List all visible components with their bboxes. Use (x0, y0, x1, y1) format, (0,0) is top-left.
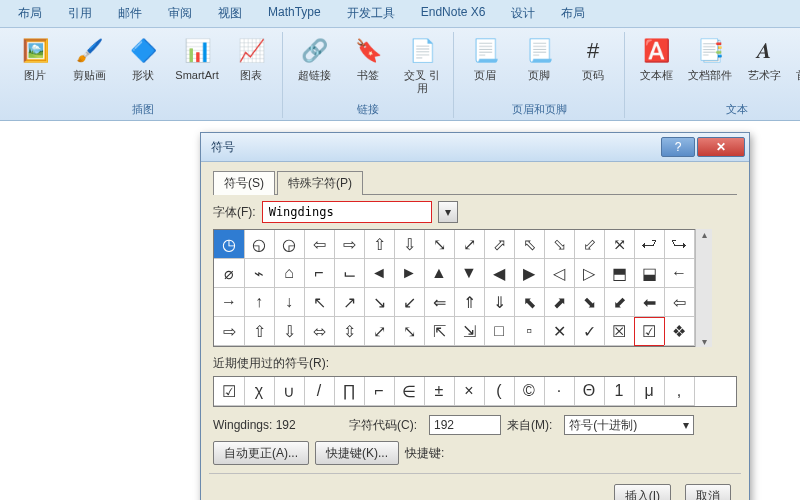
recent-symbol-cell[interactable]: μ (634, 377, 665, 406)
symbol-cell[interactable]: ⤡ (424, 230, 455, 259)
recent-symbol-cell[interactable]: ∏ (334, 377, 365, 406)
symbol-cell[interactable]: ⇩ (274, 317, 305, 346)
font-combobox[interactable] (262, 201, 432, 223)
symbol-cell[interactable]: ↖ (304, 288, 335, 317)
symbol-cell[interactable]: ▶ (514, 259, 545, 288)
ribbon-tab[interactable]: MathType (258, 2, 331, 25)
insert-button[interactable]: 插入(I) (614, 484, 671, 500)
symbol-cell[interactable]: ⬂ (544, 230, 575, 259)
symbol-cell[interactable]: ⬃ (574, 230, 605, 259)
ribbon-tab[interactable]: EndNote X6 (411, 2, 496, 25)
symbol-cell[interactable]: ⮐ (634, 230, 665, 259)
symbol-cell[interactable]: ▫ (514, 317, 545, 346)
recent-symbol-cell[interactable]: ± (424, 377, 455, 406)
symbol-cell[interactable]: ⇳ (334, 317, 365, 346)
symbol-cell[interactable]: ◁ (544, 259, 575, 288)
ribbon-tab[interactable]: 邮件 (108, 2, 152, 25)
ribbon-button[interactable]: 📑文档部件 (685, 32, 735, 83)
symbol-cell[interactable]: ⇨ (334, 230, 365, 259)
from-combobox[interactable]: 符号(十进制)▾ (564, 415, 694, 435)
symbol-cell[interactable]: ◶ (274, 230, 305, 259)
ribbon-button[interactable]: 𝑨艺术字 (739, 32, 789, 83)
ribbon-button[interactable]: 🔗超链接 (289, 32, 339, 83)
symbol-cell[interactable]: ⌂ (274, 259, 305, 288)
recent-symbol-cell[interactable]: © (514, 377, 545, 406)
symbol-cell[interactable]: ⇩ (394, 230, 425, 259)
symbol-cell[interactable]: ⤧ (604, 230, 635, 259)
symbol-cell[interactable]: ↑ (244, 288, 275, 317)
symbol-cell[interactable]: □ (484, 317, 515, 346)
symbol-cell[interactable]: ⌁ (244, 259, 275, 288)
help-button[interactable]: ? (661, 137, 695, 157)
symbol-cell[interactable]: ⬓ (634, 259, 665, 288)
symbol-cell[interactable]: ⇲ (454, 317, 485, 346)
symbol-cell[interactable]: ⬊ (574, 288, 605, 317)
ribbon-tab[interactable]: 布局 (8, 2, 52, 25)
symbol-cell[interactable]: ⤢ (364, 317, 395, 346)
font-input[interactable] (267, 204, 427, 220)
dialog-titlebar[interactable]: 符号 ? ✕ (201, 133, 749, 162)
tab-symbols[interactable]: 符号(S) (213, 171, 275, 195)
symbol-cell[interactable]: ▲ (424, 259, 455, 288)
font-dropdown-arrow[interactable]: ▾ (438, 201, 458, 223)
ribbon-button[interactable]: 📄交叉 引用 (397, 32, 447, 96)
recent-symbol-cell[interactable]: ( (484, 377, 515, 406)
symbol-cell[interactable]: ⌙ (334, 259, 365, 288)
charcode-input[interactable]: 192 (429, 415, 501, 435)
symbol-cell[interactable]: ⮑ (664, 230, 695, 259)
symbol-cell[interactable]: ✕ (544, 317, 575, 346)
symbol-cell[interactable]: ⬈ (544, 288, 575, 317)
recent-symbol-cell[interactable]: Θ (574, 377, 605, 406)
ribbon-button[interactable]: 🔷形状 (118, 32, 168, 83)
symbol-cell[interactable]: ⇦ (664, 288, 695, 317)
symbol-cell[interactable]: ⇨ (214, 317, 245, 346)
ribbon-tab[interactable]: 设计 (501, 2, 545, 25)
symbol-cell[interactable]: → (214, 288, 245, 317)
ribbon-tab[interactable]: 视图 (208, 2, 252, 25)
symbol-cell[interactable]: ❖ (664, 317, 695, 346)
symbol-cell[interactable]: ⇐ (424, 288, 455, 317)
symbol-cell[interactable]: ⇧ (244, 317, 275, 346)
symbol-cell[interactable]: ► (394, 259, 425, 288)
symbol-cell[interactable]: ⬋ (604, 288, 635, 317)
symbol-cell[interactable]: ⇑ (454, 288, 485, 317)
close-button[interactable]: ✕ (697, 137, 745, 157)
ribbon-button[interactable]: 📈图表 (226, 32, 276, 83)
recent-symbol-cell[interactable]: ⌐ (364, 377, 395, 406)
recent-symbol-cell[interactable]: ☑ (214, 377, 245, 406)
symbol-cell[interactable]: ⇱ (424, 317, 455, 346)
ribbon-button[interactable]: 🔖书签 (343, 32, 393, 83)
symbol-cell[interactable]: ⬒ (604, 259, 635, 288)
recent-symbol-cell[interactable]: / (304, 377, 335, 406)
symbol-cell[interactable]: ▷ (574, 259, 605, 288)
symbol-cell[interactable]: ⌀ (214, 259, 245, 288)
ribbon-button[interactable]: #页码 (568, 32, 618, 83)
recent-symbol-cell[interactable]: χ (244, 377, 275, 406)
symbol-cell[interactable]: ✓ (574, 317, 605, 346)
symbol-cell[interactable]: ⇧ (364, 230, 395, 259)
symbol-cell[interactable]: ☒ (604, 317, 635, 346)
symbol-cell[interactable]: ↙ (394, 288, 425, 317)
symbol-cell[interactable]: ⇦ (304, 230, 335, 259)
symbol-cell[interactable]: ⤢ (454, 230, 485, 259)
autocorrect-button[interactable]: 自动更正(A)... (213, 441, 309, 465)
grid-scrollbar[interactable]: ▴▾ (695, 229, 712, 347)
symbol-cell[interactable]: ↓ (274, 288, 305, 317)
ribbon-button[interactable]: 🖌️剪贴画 (64, 32, 114, 83)
recent-symbol-cell[interactable]: ∪ (274, 377, 305, 406)
symbol-cell[interactable]: ⬄ (304, 317, 335, 346)
recent-symbol-cell[interactable]: 1 (604, 377, 635, 406)
shortcut-key-button[interactable]: 快捷键(K)... (315, 441, 399, 465)
symbol-cell[interactable]: ◀ (484, 259, 515, 288)
ribbon-tab[interactable]: 审阅 (158, 2, 202, 25)
ribbon-button[interactable]: 📃页脚 (514, 32, 564, 83)
symbol-cell[interactable]: ⬉ (514, 288, 545, 317)
symbol-cell[interactable]: ↗ (334, 288, 365, 317)
symbol-cell[interactable]: ⬀ (484, 230, 515, 259)
ribbon-tab[interactable]: 引用 (58, 2, 102, 25)
symbol-cell[interactable]: ↘ (364, 288, 395, 317)
recent-symbol-cell[interactable]: · (544, 377, 575, 406)
recent-symbol-cell[interactable]: × (454, 377, 485, 406)
cancel-button[interactable]: 取消 (685, 484, 731, 500)
ribbon-tab[interactable]: 开发工具 (337, 2, 405, 25)
